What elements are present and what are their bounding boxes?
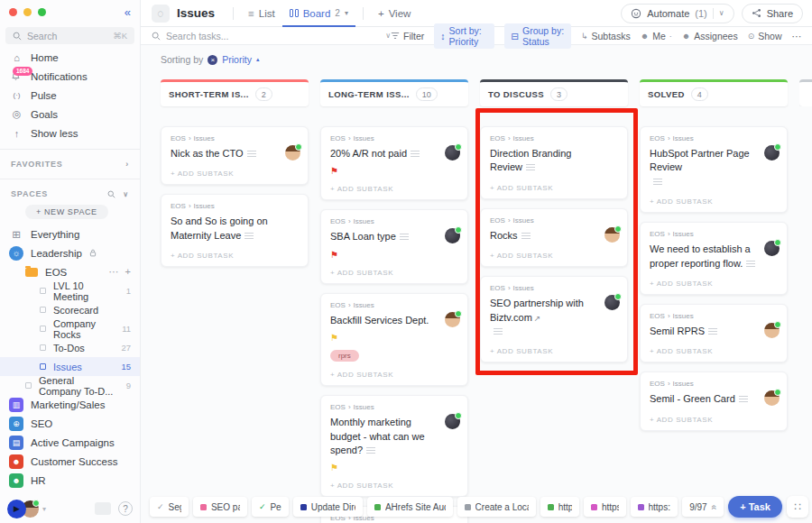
new-space-button[interactable]: + NEW SPACE: [25, 205, 108, 219]
add-subtask-button[interactable]: + ADD SUBTASK: [330, 185, 458, 193]
automate-button[interactable]: Automate (1) ∨: [621, 4, 734, 23]
tray-counter[interactable]: 9/97 «: [682, 497, 724, 517]
sidebar-space-hr[interactable]: ☻ HR: [0, 471, 140, 490]
tab-board[interactable]: Board 2 ▾: [282, 0, 355, 27]
assignee-avatar[interactable]: [764, 323, 780, 338]
sidebar-list-lvl10[interactable]: LVL 10 Meeting 1: [0, 281, 140, 300]
caret-up-icon[interactable]: ▴: [256, 56, 260, 63]
add-subtask-button[interactable]: + ADD SUBTASK: [330, 269, 458, 277]
sidebar-list-scorecard[interactable]: Scorecard: [0, 300, 140, 319]
external-link-icon[interactable]: ↗: [534, 314, 541, 323]
assignee-avatar[interactable]: [604, 227, 620, 243]
sidebar-list-general-company[interactable]: General Company To-D... 9: [0, 376, 140, 395]
assignee-avatar[interactable]: [445, 312, 460, 327]
task-tag[interactable]: rprs: [330, 350, 359, 362]
add-subtask-button[interactable]: + ADD SUBTASK: [650, 347, 778, 355]
task-card[interactable]: EOS›Issues Rocks + ADD SUBTASK: [480, 208, 628, 267]
add-subtask-button[interactable]: + ADD SUBTASK: [490, 252, 618, 260]
sidebar-space-marketing-sales[interactable]: ▥ Marketing/Sales: [0, 395, 140, 414]
add-subtask-button[interactable]: + ADD SUBTASK: [490, 347, 618, 355]
tray-item[interactable]: Update Direction.c: [293, 497, 363, 517]
window-close-button[interactable]: [9, 8, 17, 16]
sidebar-space-seo[interactable]: ⊕ SEO: [0, 414, 140, 433]
assignee-avatar[interactable]: [764, 145, 780, 161]
priority-flag-icon[interactable]: ⚑: [330, 251, 458, 260]
column-header[interactable]: LONG-TERM ISS... 10: [320, 79, 468, 106]
task-card[interactable]: EOS›Issues SBA Loan type ⚑ + ADD SUBTASK: [320, 209, 468, 283]
footer-button[interactable]: [95, 502, 111, 515]
sidebar-item-everything[interactable]: ⊞ Everything: [0, 225, 140, 243]
task-card[interactable]: EOS›Issues 20% A/R not paid ⚑ + ADD SUBT…: [320, 126, 468, 200]
sidebar-collapse-icon[interactable]: «: [125, 5, 131, 19]
task-card[interactable]: EOS›Issues Backfill Services Dept. ⚑ rpr…: [320, 293, 468, 386]
priority-flag-icon[interactable]: ⚑: [330, 167, 458, 176]
sidebar-folder-eos[interactable]: EOS ⋯ +: [0, 262, 140, 281]
add-subtask-button[interactable]: + ADD SUBTASK: [490, 184, 618, 192]
task-card[interactable]: EOS›Issues Direction Branding Review + A…: [480, 126, 628, 199]
task-card[interactable]: EOS›Issues Monthly marketing budget - wh…: [320, 395, 468, 497]
sidebar-item-leadership[interactable]: ☼ Leadership: [0, 243, 140, 262]
app-grid-icon[interactable]: ∷: [787, 496, 808, 518]
sorting-field[interactable]: Priority: [222, 54, 252, 65]
chevron-right-icon[interactable]: ›: [125, 160, 129, 169]
column-header[interactable]: SHORT-TERM IS... 2: [161, 79, 309, 106]
add-task-button[interactable]: + Task: [728, 496, 782, 518]
sidebar-item-pulse[interactable]: (·) Pulse: [0, 86, 140, 105]
column-header[interactable]: SOLVED 4: [640, 79, 788, 106]
add-subtask-button[interactable]: + ADD SUBTASK: [171, 252, 299, 260]
more-options-icon[interactable]: ⋯: [792, 31, 802, 41]
me-filter-button[interactable]: ☻ Me ·: [641, 31, 672, 41]
search-tasks-input[interactable]: Search tasks... ∨: [152, 31, 391, 41]
favorites-header[interactable]: FAVORITES ›: [0, 156, 140, 172]
sidebar-space-customer-success[interactable]: ☻ Customer Success: [0, 452, 140, 471]
clear-sort-icon[interactable]: ×: [208, 55, 217, 65]
task-card[interactable]: EOS›Issues Semil - Green Card + ADD SUBT…: [640, 372, 788, 430]
add-subtask-button[interactable]: + ADD SUBTASK: [171, 170, 299, 178]
window-minimize-button[interactable]: [23, 8, 32, 16]
task-card[interactable]: EOS›Issues So and So is going on Materni…: [161, 194, 309, 267]
sidebar-item-goals[interactable]: ◎ Goals: [0, 105, 140, 124]
tray-item[interactable]: Create a Local SEO p: [457, 497, 536, 517]
add-subtask-button[interactable]: + ADD SUBTASK: [650, 416, 778, 424]
priority-flag-icon[interactable]: ⚑: [330, 334, 458, 343]
task-card[interactable]: EOS›Issues Semil RPRS + ADD SUBTASK: [640, 304, 788, 362]
add-subtask-button[interactable]: + ADD SUBTASK: [330, 482, 458, 490]
task-card[interactable]: EOS›Issues HubSpot Partner Page Review +…: [640, 126, 788, 213]
assignee-avatar[interactable]: [445, 145, 460, 161]
assignee-avatar[interactable]: [285, 145, 300, 161]
assignees-button[interactable]: ☻ Assignees: [682, 31, 738, 41]
add-subtask-button[interactable]: + ADD SUBTASK: [330, 371, 458, 379]
chevron-down-icon[interactable]: ∨: [123, 190, 129, 198]
sidebar-list-issues[interactable]: Issues 15: [0, 357, 140, 376]
sidebar-search-input[interactable]: Search ⌘K: [5, 27, 134, 44]
priority-flag-icon[interactable]: ⚑: [330, 463, 458, 473]
tray-item[interactable]: SEO partner: [193, 497, 247, 517]
subtasks-button[interactable]: ↳ Subtasks: [581, 31, 631, 41]
help-icon[interactable]: ?: [118, 501, 133, 516]
task-card[interactable]: EOS›Issues SEO partnership with Biztv.co…: [480, 276, 628, 362]
spaces-search-icon[interactable]: [107, 190, 115, 198]
filter-button[interactable]: Filter: [391, 31, 424, 41]
sidebar-list-to-dos[interactable]: To-Dos 27: [0, 338, 140, 357]
spaces-header[interactable]: SPACES ∨: [0, 186, 140, 202]
avatar-caret-icon[interactable]: ▾: [42, 505, 46, 513]
add-subtask-button[interactable]: + ADD SUBTASK: [650, 280, 778, 288]
tray-item[interactable]: https://: [540, 497, 579, 517]
folder-more-icon[interactable]: ⋯: [109, 266, 119, 278]
show-button[interactable]: ⊙ Show: [748, 31, 782, 41]
window-zoom-button[interactable]: [38, 8, 46, 16]
task-card[interactable]: EOS›Issues Nick as the CTO + ADD SUBTASK: [161, 126, 309, 185]
tray-item[interactable]: AHrefs Site Audit (Get to: [367, 497, 453, 517]
column-header[interactable]: TO DISCUSS 3: [480, 79, 628, 106]
sidebar-item-show-less[interactable]: ↑ Show less: [0, 124, 140, 142]
tray-item[interactable]: https://c: [584, 497, 626, 517]
column-header[interactable]: [799, 79, 812, 106]
share-button[interactable]: Share: [742, 4, 803, 23]
tray-item[interactable]: ✓ Peopl: [252, 497, 289, 517]
task-card[interactable]: EOS›Issues We need to establish a proper…: [640, 222, 788, 295]
sidebar-list-company-rocks[interactable]: Company Rocks 11: [0, 319, 140, 338]
workspace-avatar[interactable]: ▶: [7, 500, 26, 518]
add-subtask-button[interactable]: + ADD SUBTASK: [650, 197, 778, 206]
sidebar-space-active-campaigns[interactable]: ▤ Active Campaigns: [0, 433, 140, 452]
tray-item[interactable]: ✓ Segue: [150, 497, 189, 517]
